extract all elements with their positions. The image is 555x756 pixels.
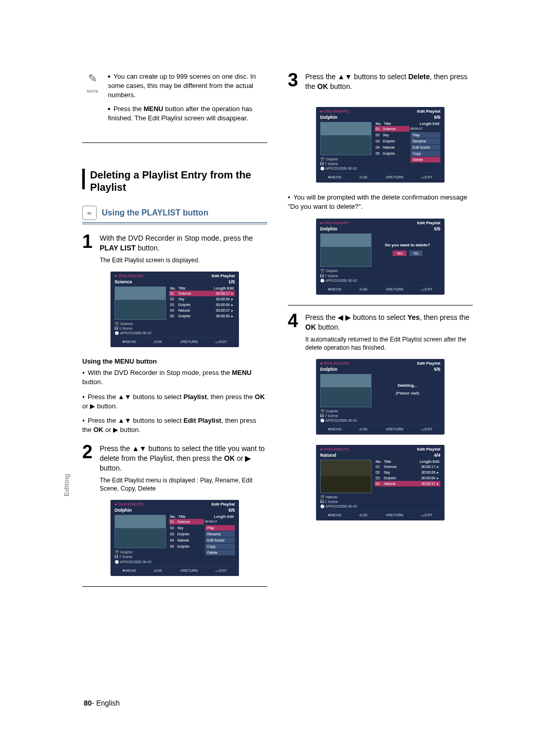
ui-confirm-delete: DVD-RW(VR)Edit Playlist Dolphin5/5 🎬 Dol… bbox=[316, 219, 445, 294]
note-list: You can create up to 999 scenes on one d… bbox=[108, 72, 267, 127]
thumbnail bbox=[115, 515, 166, 548]
step-4: 4 Press the ◀ ▶ buttons to select Yes, t… bbox=[288, 313, 473, 332]
divider bbox=[82, 586, 267, 587]
divider bbox=[82, 142, 267, 143]
step-1-sub: The Edit Playlist screen is displayed. bbox=[100, 256, 267, 264]
thumbnail bbox=[320, 374, 372, 407]
section-heading: Deleting a Playlist Entry from the Playl… bbox=[82, 169, 267, 193]
sub-heading: ᵯ Using the PLAYLIST button bbox=[82, 206, 267, 220]
note-label: NOTE bbox=[87, 89, 98, 94]
ui-after-delete: DVD-RW(VR)Edit Playlist Natural4/4 🎬 Nat… bbox=[316, 445, 445, 520]
menu-item: With the DVD Recorder in Stop mode, pres… bbox=[82, 368, 267, 387]
page-footer: 80- English bbox=[84, 699, 120, 707]
playlist-button-icon: ᵯ bbox=[82, 206, 97, 220]
step-2: 2 Press the ▲▼ buttons to select the tit… bbox=[82, 444, 267, 473]
divider bbox=[288, 305, 473, 305]
blue-divider bbox=[82, 222, 267, 224]
ui-delete-selected: DVD-RW(VR)Edit Playlist Dolphin5/5 🎬 Dol… bbox=[316, 107, 445, 183]
menu-item: Press the ▲▼ buttons to select Playlist,… bbox=[82, 392, 267, 411]
note-icon: ✎ bbox=[82, 72, 103, 85]
yes-button[interactable]: Yes bbox=[393, 250, 406, 256]
thumbnail bbox=[320, 233, 372, 267]
step-1: 1 With the DVD Recorder in Stop mode, pr… bbox=[82, 233, 267, 253]
menu-item: Press the ▲▼ buttons to select Edit Play… bbox=[82, 416, 267, 435]
thumbnail bbox=[320, 122, 372, 155]
note-block: ✎ NOTE You can create up to 999 scenes o… bbox=[82, 72, 267, 127]
note-item: Press the MENU button after the operatio… bbox=[108, 104, 267, 123]
ui-deleting: DVD-RW(VR)Edit Playlist Dolphin5/5 🎬 Dol… bbox=[316, 359, 445, 435]
no-button[interactable]: No bbox=[410, 250, 422, 256]
step-3: 3 Press the ▲▼ buttons to select Delete,… bbox=[288, 72, 473, 92]
thumbnail bbox=[115, 286, 166, 320]
side-tab: Editing bbox=[63, 474, 70, 496]
ui-edit-playlist-menu: DVD-RW(VR)Edit Playlist Dolphin5/5 🎬 Dol… bbox=[110, 500, 239, 575]
note-item: You can create up to 999 scenes on one d… bbox=[108, 72, 267, 100]
step-4-sub: It automatically returned to the Edit Pl… bbox=[305, 335, 473, 352]
ui-edit-playlist-list: DVD-RW(VR)Edit Playlist Science1/5 🎬 Sci… bbox=[110, 272, 239, 347]
step-2-sub: The Edit Playlist menu is displayed : Pl… bbox=[100, 476, 267, 493]
menu-sub-head: Using the MENU button bbox=[82, 357, 267, 365]
thumbnail bbox=[320, 460, 372, 493]
confirm-text: You will be prompted with the delete con… bbox=[288, 193, 473, 211]
